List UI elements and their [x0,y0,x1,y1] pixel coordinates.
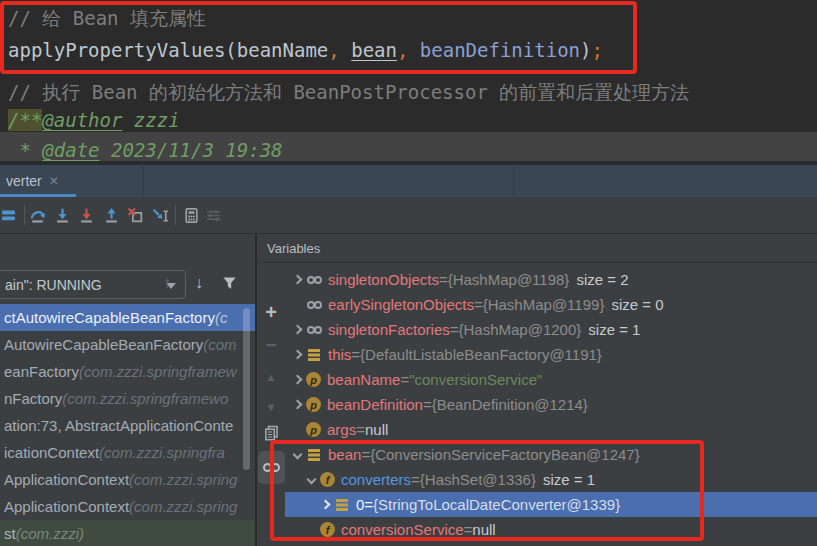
code-token: * [8,139,42,161]
variable-name: converters [341,471,411,488]
frame-package: (com.zzzi.spring [129,471,237,488]
step-into-icon[interactable] [53,206,71,224]
stack-frame-row[interactable]: st (com.zzzi) [0,520,255,546]
equals-sign: = [464,521,473,538]
glasses-icon [263,463,280,472]
close-icon[interactable]: ✕ [49,174,59,188]
show-watches-icon[interactable] [258,451,285,484]
stack-frame-row[interactable]: icationContext (com.zzzi.springfra [0,439,255,466]
debugger-panels: ain": RUNNING ↑ ↓ ctAutowireCapableBeanF… [0,234,817,546]
step-over-icon[interactable] [28,206,46,224]
expand-chevron-icon[interactable] [289,376,306,383]
move-up-icon[interactable]: ▲ [257,365,285,389]
debug-step-toolbar [0,197,817,234]
frame-location: ApplicationContext [4,498,129,515]
variable-row[interactable]: earlySingletonObjects = {HashMap@1199}si… [285,292,817,317]
watch-icon [306,297,322,313]
frame-package: (c [215,309,228,326]
variable-row[interactable]: fconversionService = null [285,517,817,542]
code-token: @date [42,139,99,161]
code-token: , [328,39,351,61]
variable-name: conversionService [341,521,464,538]
drop-frame-icon[interactable] [126,206,144,224]
tab-converter[interactable]: verter ✕ [0,165,68,196]
move-down-icon[interactable]: ▼ [257,395,285,419]
stack-frame-row[interactable]: ation:73, AbstractApplicationConte [0,412,255,439]
expand-chevron-icon[interactable] [289,276,306,283]
down-arrow-icon[interactable]: ↓ [189,272,209,294]
variable-row[interactable]: singletonObjects = {HashMap@1198}size = … [285,267,817,292]
equals-sign: = [400,371,409,388]
copy-icon[interactable] [257,421,285,445]
variable-row[interactable]: fconverters = {HashSet@1336}size = 1 [285,467,817,492]
equals-sign: = [423,396,432,413]
variable-value: "conversionService" [409,371,542,388]
expand-chevron-icon[interactable] [289,451,306,458]
intellij-debugger-screenshot: // 给 Bean 填充属性applyPropertyValues(beanNa… [0,0,817,546]
tab-bar-separator [513,167,514,196]
evaluate-expression-icon[interactable] [182,206,200,224]
equals-sign: = [411,471,420,488]
frame-location: st [4,525,16,542]
frame-location: AutowireCapableBeanFactory [4,336,203,353]
variable-value: {HashMap@1198} [448,271,570,288]
watch-icon [306,322,322,338]
variable-row[interactable]: this = {DefaultListableBeanFactory@1191} [285,342,817,367]
frames-scrollbar[interactable] [243,308,250,470]
frame-package: (com.zzzi.springfra [99,444,225,461]
variable-row[interactable]: pargs = null [285,417,817,442]
run-to-cursor-icon[interactable] [151,206,169,224]
code-line: // 给 Bean 填充属性 [8,5,206,31]
equals-sign: = [361,446,370,463]
code-token: beanDefinition [420,39,580,61]
variable-row[interactable]: singletonFactories = {HashMap@1200}size … [285,317,817,342]
field-icon: f [320,522,335,537]
tab-label: verter [6,173,42,189]
frame-location: ctAutowireCapableBeanFactory [4,309,215,326]
equals-sign: = [364,496,373,513]
stream-trace-icon[interactable] [204,206,222,224]
stack-frame-row[interactable]: ctAutowireCapableBeanFactory (c [0,304,255,331]
step-out-icon[interactable] [102,206,120,224]
variable-name: this [328,346,351,363]
frame-location: ation:73, AbstractApplicationConte [4,417,233,434]
variables-panel: Variables + − ▲ ▼ singletonObjects = {Ha… [257,234,817,546]
expand-chevron-icon[interactable] [289,401,306,408]
code-token: // 执行 Bean 的初始化方法和 BeanPostProcessor 的前置… [8,81,689,103]
variables-title: Variables [267,241,320,256]
remove-watch-icon[interactable]: − [257,333,285,357]
code-token: , [397,39,420,61]
code-editor[interactable]: // 给 Bean 填充属性applyPropertyValues(beanNa… [0,0,817,163]
expand-chevron-icon[interactable] [303,476,320,483]
variable-value: {HashSet@1336} [420,471,536,488]
variable-name: earlySingletonObjects [328,296,474,313]
param-icon: p [306,372,321,387]
stack-frame-row[interactable]: ApplicationContext (com.zzzi.spring [0,466,255,493]
frame-package: (com.zzzi.springframewo [62,390,228,407]
up-arrow-icon[interactable]: ↑ [157,272,177,294]
stack-frame-row[interactable]: eanFactory (com.zzzi.springframew [0,358,255,385]
equals-sign: = [474,296,483,313]
expand-chevron-icon[interactable] [317,501,334,508]
stack-frame-row[interactable]: AutowireCapableBeanFactory (com [0,331,255,358]
stack-frame-row[interactable]: nFactory (com.zzzi.springframewo [0,385,255,412]
code-token: ) [580,39,591,61]
add-watch-icon[interactable]: + [257,300,285,324]
variable-value: {StringToLocalDateConverter@1339} [373,496,620,513]
variables-header: Variables [257,234,817,263]
variable-row[interactable]: pbeanName = "conversionService" [285,367,817,392]
expand-chevron-icon[interactable] [289,326,306,333]
variable-name: beanName [327,371,400,388]
variable-value: null [365,421,388,438]
code-token: 2023/11/3 19:38 [100,139,283,161]
variable-row[interactable]: pbeanDefinition = {BeanDefinition@1214} [285,392,817,417]
force-step-into-icon[interactable] [77,206,95,224]
stack-frame-row[interactable]: ApplicationContext (com.zzzi.spring [0,493,255,520]
variable-row[interactable]: 0 = {StringToLocalDateConverter@1339} [285,492,817,517]
menu-icon[interactable] [0,206,18,224]
variable-value: null [472,521,495,538]
variable-row[interactable]: bean = {ConversionServiceFactoryBean@124… [285,442,817,467]
expand-chevron-icon[interactable] [289,351,306,358]
filter-icon[interactable] [219,272,239,294]
code-token: /** [8,109,42,131]
